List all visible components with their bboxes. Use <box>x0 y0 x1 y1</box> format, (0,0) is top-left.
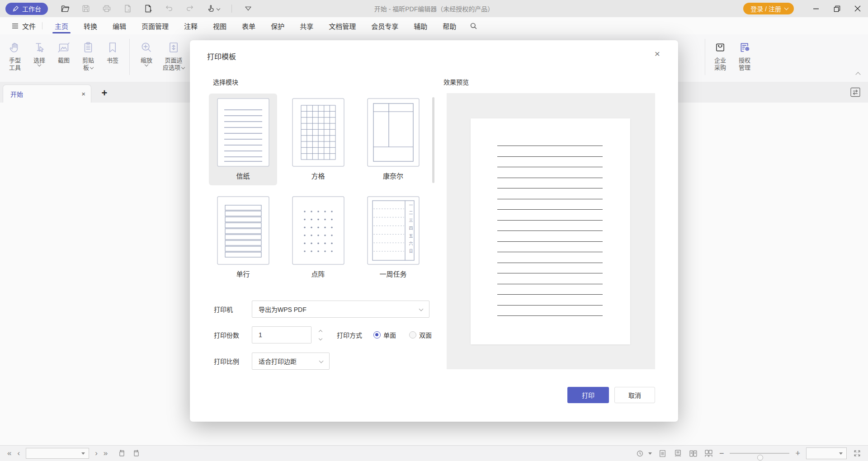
copies-input[interactable]: 1 <box>252 326 311 343</box>
print-template-dialog: 打印模板 × 选择模块 信纸 方格 <box>190 40 678 422</box>
printer-value: 导出为WPS PDF <box>259 305 307 314</box>
printer-label: 打印机 <box>214 305 252 314</box>
template-name: 信纸 <box>236 171 250 180</box>
print-scale-select[interactable]: 适合打印边距 <box>252 353 330 370</box>
preview-lined-content <box>497 146 603 316</box>
print-scale-value: 适合打印边距 <box>259 357 297 366</box>
template-thumbnail-cornell <box>367 98 420 167</box>
template-tile-single-row[interactable]: 单行 <box>209 192 277 283</box>
duplex-radio[interactable] <box>409 331 416 339</box>
template-thumbnail-lined <box>217 98 269 167</box>
template-tile-dot-grid[interactable]: 点阵 <box>284 192 352 283</box>
simplex-label[interactable]: 单面 <box>383 330 396 339</box>
template-name: 一周任务 <box>379 269 406 278</box>
print-button[interactable]: 打印 <box>567 387 609 403</box>
template-tile-grid[interactable]: 方格 <box>284 94 352 185</box>
dialog-close-icon[interactable]: × <box>650 47 665 61</box>
simplex-radio[interactable] <box>373 331 381 339</box>
dialog-title: 打印模板 <box>207 51 236 61</box>
weekday-characters: 一二三四五六日 <box>408 203 414 257</box>
template-grid: 信纸 方格 康奈尔 单行 <box>209 94 427 283</box>
template-name: 康奈尔 <box>383 171 403 180</box>
template-tile-weekly-tasks[interactable]: 一二三四五六日 一周任务 <box>359 192 427 283</box>
print-scale-label: 打印比例 <box>214 357 252 366</box>
preview-panel <box>447 93 655 369</box>
template-scrollbar[interactable] <box>432 97 434 183</box>
select-module-label: 选择模块 <box>213 77 238 86</box>
chevron-down-icon <box>419 307 424 311</box>
copies-value: 1 <box>259 331 262 339</box>
template-thumbnail-weekly: 一二三四五六日 <box>367 196 420 265</box>
preview-page <box>471 118 630 344</box>
preview-label: 效果预览 <box>443 77 469 86</box>
print-mode-label: 打印方式 <box>337 330 362 339</box>
template-name: 单行 <box>236 269 250 278</box>
template-thumbnail-grid <box>292 98 344 167</box>
step-down-icon[interactable] <box>319 336 322 340</box>
cancel-button[interactable]: 取消 <box>614 387 655 403</box>
step-up-icon[interactable] <box>319 329 322 333</box>
printer-select[interactable]: 导出为WPS PDF <box>252 301 429 318</box>
duplex-label[interactable]: 双面 <box>419 330 432 339</box>
template-tile-cornell[interactable]: 康奈尔 <box>359 94 427 185</box>
template-thumbnail-dots <box>292 196 344 265</box>
copies-stepper[interactable] <box>319 330 322 340</box>
template-name: 方格 <box>311 171 325 180</box>
chevron-down-icon <box>319 359 324 363</box>
foxit-pdf-editor-window: 工作台 <box>0 0 868 461</box>
copies-label: 打印份数 <box>214 330 252 339</box>
template-name: 点阵 <box>311 269 325 278</box>
template-tile-letter[interactable]: 信纸 <box>209 94 277 185</box>
template-thumbnail-rows <box>217 196 269 265</box>
